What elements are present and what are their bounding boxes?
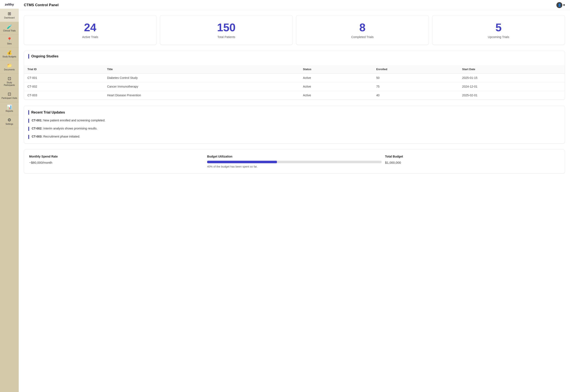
sidebar-label-study-budgets: Study Budgets	[2, 56, 16, 58]
cell-title: Heart Disease Prevention	[104, 91, 300, 100]
main-content: CTMS Control Panel 👤 ▾ 24 Active Trials …	[19, 0, 570, 392]
ongoing-studies-section: Ongoing Studies Trial ID Title Status En…	[24, 51, 565, 100]
budget-utilization-desc: 40% of the budget has been spent so far.	[207, 165, 382, 168]
upcoming-trials-number: 5	[437, 21, 560, 34]
update-item: CT-001: New patient enrolled and screeni…	[28, 118, 560, 123]
active-trials-number: 24	[28, 21, 152, 34]
section-header-updates: Recent Trial Updates	[28, 110, 560, 115]
sidebar-label-dashboard: Dashboard	[4, 17, 15, 19]
total-budget-value: $1,000,000	[385, 161, 560, 164]
cell-trial-id: CT-003	[24, 91, 104, 100]
sites-icon: 📍	[7, 37, 12, 42]
sidebar-item-clinical-trials[interactable]: 🧪 Clinical Trials	[0, 22, 19, 35]
total-patients-label: Total Patients	[164, 35, 288, 39]
update-text: CT-003: Recruitment phase initiated.	[32, 134, 80, 139]
sidebar-item-participant-visits[interactable]: ⊡ Participant Visits	[0, 89, 19, 102]
section-bar-updates	[28, 110, 29, 115]
settings-icon: ⚙	[7, 118, 11, 122]
cell-status: Active	[299, 73, 373, 82]
monthly-spend-value: ~$80,000/month	[29, 161, 204, 164]
progress-bar-fill	[207, 161, 277, 163]
update-text: CT-002: Interim analysis shows promising…	[32, 126, 97, 131]
col-trial-id: Trial ID	[24, 65, 104, 73]
cell-enrolled: 75	[373, 82, 459, 91]
cell-start-date: 2025-02-01	[459, 91, 565, 100]
sidebar-item-settings[interactable]: ⚙ Settings	[0, 115, 19, 128]
completed-trials-label: Completed Trials	[300, 35, 424, 39]
total-patients-number: 150	[164, 21, 288, 34]
col-status: Status	[299, 65, 373, 73]
avatar: 👤	[556, 2, 562, 8]
sidebar-label-settings: Settings	[6, 123, 13, 126]
study-budgets-icon: 💰	[7, 50, 12, 55]
ongoing-studies-header: Ongoing Studies	[24, 51, 565, 65]
budget-utilization-label: Budget Utilization	[207, 155, 382, 158]
sidebar-item-reports[interactable]: 📊 Reports	[0, 102, 19, 115]
ongoing-studies-title: Ongoing Studies	[31, 55, 58, 58]
total-budget: Total Budget $1,000,000	[385, 155, 560, 168]
budget-utilization: Budget Utilization 40% of the budget has…	[207, 155, 382, 168]
sidebar-label-documents: Documents	[4, 69, 15, 71]
stat-card-completed-trials: 8 Completed Trials	[296, 15, 429, 45]
sidebar-label-sites: Sites	[7, 42, 12, 45]
update-item: CT-002: Interim analysis shows promising…	[28, 126, 560, 131]
cell-start-date: 2024-12-01	[459, 82, 565, 91]
stat-card-active-trials: 24 Active Trials	[24, 15, 157, 45]
app-logo: zelthy	[0, 0, 19, 9]
sidebar-label-participant-visits: Participant Visits	[1, 97, 17, 99]
cell-enrolled: 40	[373, 91, 459, 100]
documents-icon: 📁	[7, 63, 12, 68]
cell-trial-id: CT-002	[24, 82, 104, 91]
ongoing-studies-table: Trial ID Title Status Enrolled Start Dat…	[24, 65, 565, 99]
recent-updates-section: Recent Trial Updates CT-001: New patient…	[24, 106, 565, 143]
update-bar	[28, 135, 29, 139]
progress-bar-container	[207, 161, 382, 163]
sidebar-label-reports: Reports	[6, 110, 13, 112]
upcoming-trials-label: Upcoming Trials	[437, 35, 560, 39]
completed-trials-number: 8	[300, 21, 424, 34]
cell-start-date: 2025-01-15	[459, 73, 565, 82]
clinical-trials-icon: 🧪	[7, 25, 12, 29]
dashboard-icon: ⊞	[8, 12, 11, 16]
table-header-row: Trial ID Title Status Enrolled Start Dat…	[24, 65, 565, 73]
cell-title: Diabetes Control Study	[104, 73, 300, 82]
section-header-ongoing: Ongoing Studies	[28, 54, 58, 59]
chevron-down-icon: ▾	[563, 3, 565, 7]
reports-icon: 📊	[7, 105, 12, 109]
budget-section: Monthly Spend Rate ~$80,000/month Budget…	[24, 149, 565, 173]
user-menu[interactable]: 👤 ▾	[556, 2, 565, 8]
header-bar: CTMS Control Panel 👤 ▾	[19, 0, 570, 10]
recent-updates-title: Recent Trial Updates	[31, 111, 65, 114]
update-bar	[28, 127, 29, 131]
sidebar-item-documents[interactable]: 📁 Documents	[0, 61, 19, 74]
page-title: CTMS Control Panel	[24, 3, 58, 7]
col-enrolled: Enrolled	[373, 65, 459, 73]
stat-card-upcoming-trials: 5 Upcoming Trials	[432, 15, 565, 45]
table-row: CT-002 Cancer Immunotherapy Active 75 20…	[24, 82, 565, 91]
update-text: CT-001: New patient enrolled and screeni…	[32, 118, 105, 123]
sidebar-item-study-budgets[interactable]: 💰 Study Budgets	[0, 48, 19, 61]
sidebar: zelthy ⊞ Dashboard 🧪 Clinical Trials 📍 S…	[0, 0, 19, 392]
stat-cards-container: 24 Active Trials 150 Total Patients 8 Co…	[24, 15, 565, 45]
cell-trial-id: CT-001	[24, 73, 104, 82]
table-row: CT-001 Diabetes Control Study Active 50 …	[24, 73, 565, 82]
update-item: CT-003: Recruitment phase initiated.	[28, 134, 560, 139]
sidebar-label-study-participants: Study Participants	[1, 81, 18, 86]
sidebar-item-sites[interactable]: 📍 Sites	[0, 35, 19, 48]
stat-card-total-patients: 150 Total Patients	[160, 15, 293, 45]
section-bar	[28, 54, 29, 59]
col-title: Title	[104, 65, 300, 73]
sidebar-label-clinical-trials: Clinical Trials	[3, 29, 16, 32]
study-participants-icon: ⊡	[8, 76, 11, 81]
cell-enrolled: 50	[373, 73, 459, 82]
monthly-spend-label: Monthly Spend Rate	[29, 155, 204, 158]
active-trials-label: Active Trials	[28, 35, 152, 39]
total-budget-label: Total Budget	[385, 155, 560, 158]
col-start-date: Start Date	[459, 65, 565, 73]
cell-title: Cancer Immunotherapy	[104, 82, 300, 91]
content-area: 24 Active Trials 150 Total Patients 8 Co…	[19, 10, 570, 179]
table-row: CT-003 Heart Disease Prevention Active 4…	[24, 91, 565, 100]
sidebar-item-study-participants[interactable]: ⊡ Study Participants	[0, 74, 19, 89]
cell-status: Active	[299, 91, 373, 100]
sidebar-item-dashboard[interactable]: ⊞ Dashboard	[0, 9, 19, 22]
